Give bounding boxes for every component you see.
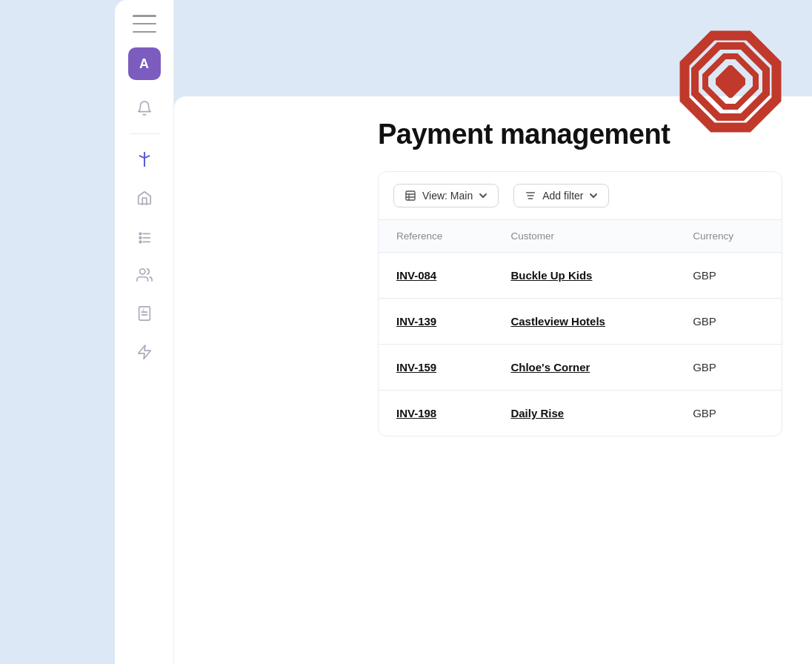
add-filter-button[interactable]: Add filter (513, 184, 609, 208)
add-filter-label: Add filter (542, 190, 583, 202)
cell-currency: GBP (675, 345, 782, 391)
col-customer: Customer (493, 220, 675, 253)
cell-customer[interactable]: Castleview Hotels (493, 299, 675, 345)
sidebar-item-home[interactable] (128, 182, 161, 214)
sidebar: A (115, 0, 174, 664)
svg-rect-20 (406, 191, 415, 200)
col-reference: Reference (379, 220, 493, 253)
cell-reference[interactable]: INV-198 (379, 391, 493, 436)
cell-currency: GBP (675, 253, 782, 299)
svg-text:£: £ (142, 308, 144, 312)
table-row: INV-198Daily RiseGBP (379, 391, 782, 436)
svg-point-14 (139, 269, 144, 274)
cell-customer[interactable]: Daily Rise (493, 391, 675, 436)
main-panel: Payment management View: Main (174, 96, 812, 664)
cell-reference[interactable]: INV-159 (379, 345, 493, 391)
sidebar-divider-1 (130, 133, 159, 134)
notifications-icon[interactable] (128, 92, 161, 124)
col-currency: Currency (675, 220, 782, 253)
table-container: View: Main Add filter (378, 171, 782, 436)
table-toolbar: View: Main Add filter (379, 172, 782, 220)
main-content: Payment management View: Main (348, 96, 812, 664)
table-row: INV-139Castleview HotelsGBP (379, 299, 782, 345)
table-row: INV-159Chloe's CornerGBP (379, 345, 782, 391)
hamburger-menu[interactable] (133, 15, 156, 33)
table-body: INV-084Buckle Up KidsGBPINV-139Castlevie… (379, 253, 782, 436)
cell-currency: GBP (675, 391, 782, 436)
user-avatar[interactable]: A (128, 47, 161, 80)
cell-customer[interactable]: Buckle Up Kids (493, 253, 675, 299)
sidebar-item-activity[interactable] (128, 336, 161, 368)
table-header: Reference Customer Currency (379, 220, 782, 253)
svg-marker-19 (138, 345, 150, 359)
filter-icon (525, 190, 536, 202)
payments-table: Reference Customer Currency INV-084Buckl… (379, 220, 782, 436)
sidebar-item-tasks[interactable] (128, 220, 161, 253)
view-selector-label: View: Main (422, 190, 473, 202)
chevron-down-icon (479, 191, 487, 200)
svg-marker-3 (716, 65, 745, 98)
sidebar-item-filter[interactable] (128, 143, 161, 176)
cell-customer[interactable]: Chloe's Corner (493, 345, 675, 391)
company-logo (671, 22, 790, 141)
svg-point-8 (139, 233, 142, 235)
sidebar-item-team[interactable] (128, 259, 161, 291)
sidebar-item-invoices[interactable]: £ (128, 297, 161, 330)
svg-point-10 (139, 236, 142, 239)
svg-point-12 (139, 241, 142, 243)
table-row: INV-084Buckle Up KidsGBP (379, 253, 782, 299)
view-selector-button[interactable]: View: Main (393, 184, 499, 208)
cell-reference[interactable]: INV-139 (379, 299, 493, 345)
cell-currency: GBP (675, 299, 782, 345)
cell-reference[interactable]: INV-084 (379, 253, 493, 299)
table-icon (405, 190, 416, 202)
table-header-row: Reference Customer Currency (379, 220, 782, 253)
filter-chevron-icon (589, 191, 598, 200)
